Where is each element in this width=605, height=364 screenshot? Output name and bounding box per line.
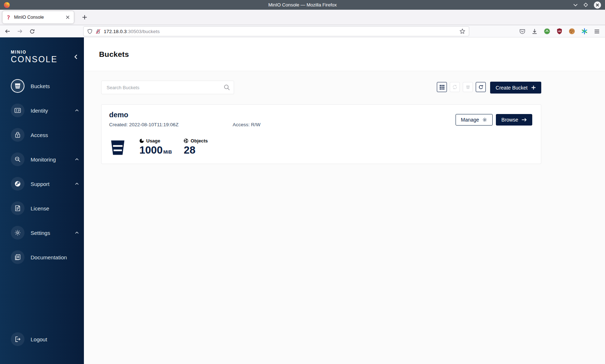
- magnifier-icon: [11, 153, 24, 166]
- create-bucket-button[interactable]: Create Bucket: [490, 82, 541, 94]
- usage-value: 1000: [139, 145, 163, 155]
- plus-icon: [531, 85, 536, 90]
- set-replication-button[interactable]: [450, 82, 460, 92]
- firefox-window: MinIO Console — Mozilla Firefox MinIO Co…: [0, 0, 605, 364]
- extension-green-icon[interactable]: [544, 28, 550, 35]
- chevron-up-icon: [75, 231, 79, 234]
- sidebar-item-license[interactable]: License: [0, 200, 84, 217]
- identity-card-icon: [11, 104, 24, 117]
- minio-console-logo: MINIO CONSOLE: [11, 50, 84, 64]
- gear-icon: [11, 226, 24, 240]
- tab-strip: MinIO Console: [0, 10, 605, 25]
- sidebar-item-monitoring[interactable]: Monitoring: [0, 151, 84, 168]
- bucket-card: demo Created: 2022-08-10T11:19:06Z Acces…: [101, 104, 541, 164]
- menu-icon[interactable]: [594, 28, 600, 35]
- bucket-access: Access: R/W: [233, 122, 260, 127]
- sidebar-item-label: Buckets: [31, 83, 50, 89]
- chevron-up-icon: [75, 109, 79, 112]
- bucket-info: demo Created: 2022-08-10T11:19:06Z Acces…: [109, 110, 260, 127]
- firefox-logo-icon: [4, 2, 10, 8]
- manage-label: Manage: [461, 117, 479, 123]
- reload-button[interactable]: [27, 27, 37, 36]
- url-bar[interactable]: 172.18.0.3:30503/buckets: [83, 26, 469, 36]
- arrow-right-icon: [521, 118, 527, 122]
- sidebar-item-documentation[interactable]: Documentation: [0, 249, 84, 266]
- sidebar-collapse-button chevron-left-icon[interactable]: [74, 54, 77, 59]
- brand-console: CONSOLE: [11, 55, 70, 64]
- browse-label: Browse: [501, 117, 518, 123]
- actions-row: Create Bucket: [101, 81, 541, 94]
- bucket-icon: [109, 138, 126, 157]
- browser-tab[interactable]: MinIO Console: [3, 11, 74, 23]
- sidebar-item-label: Monitoring: [31, 156, 56, 163]
- url-text: 172.18.0.3:30503/buckets: [104, 29, 160, 34]
- grid-icon: [440, 85, 444, 90]
- delete-buckets-button[interactable]: [463, 82, 473, 92]
- window-titlebar: MinIO Console — Mozilla Firefox: [0, 0, 605, 10]
- window-minimize-button[interactable]: [573, 3, 578, 7]
- documentation-icon: [11, 250, 24, 264]
- replication-icon: [452, 85, 457, 90]
- objects-icon: [184, 138, 188, 143]
- insecure-lock-icon[interactable]: [95, 29, 101, 34]
- tab-close-icon[interactable]: [65, 14, 71, 20]
- shield-icon[interactable]: [87, 29, 93, 34]
- manage-button[interactable]: Manage: [456, 114, 493, 126]
- sidebar-item-label: Documentation: [31, 254, 67, 260]
- page-title: Buckets: [99, 50, 129, 59]
- extension-cookie-icon[interactable]: [569, 28, 575, 35]
- bucket-created: Created: 2022-08-10T11:19:06Z: [109, 122, 233, 127]
- grid-view-button[interactable]: [437, 82, 447, 92]
- sidebar: MINIO CONSOLE Buckets Identit: [0, 37, 84, 364]
- sidebar-item-label: Identity: [31, 108, 48, 114]
- chevron-up-icon: [75, 158, 79, 161]
- brand-minio: MINIO: [11, 50, 70, 55]
- browse-button[interactable]: Browse: [496, 114, 532, 126]
- objects-metric: Objects 28: [184, 138, 208, 155]
- sidebar-item-access[interactable]: Access: [0, 126, 84, 144]
- refresh-icon: [478, 85, 484, 90]
- browser-toolbar: 172.18.0.3:30503/buckets UD: [0, 25, 605, 37]
- sidebar-item-identity[interactable]: Identity: [0, 102, 84, 119]
- bucket-name: demo: [109, 110, 260, 119]
- lock-user-icon: [11, 128, 24, 142]
- window-close-button[interactable]: [593, 1, 601, 9]
- extension-shield-icon[interactable]: UD: [556, 28, 563, 35]
- minio-favicon-icon: [6, 15, 11, 20]
- chevron-up-icon: [75, 182, 79, 185]
- window-maximize-button[interactable]: [583, 2, 588, 8]
- delete-bucket-icon: [466, 85, 470, 90]
- downloads-icon[interactable]: [532, 28, 538, 35]
- usage-unit: MiB: [163, 150, 172, 155]
- sidebar-item-support[interactable]: Support: [0, 175, 84, 192]
- usage-label: Usage: [146, 138, 160, 144]
- objects-value: 28: [184, 145, 195, 155]
- sidebar-item-settings[interactable]: Settings: [0, 224, 84, 241]
- sidebar-item-label: Support: [31, 181, 50, 187]
- bookmark-star-icon[interactable]: [460, 28, 465, 34]
- window-title: MinIO Console — Mozilla Firefox: [0, 2, 605, 8]
- sidebar-item-label: License: [31, 205, 49, 211]
- refresh-button[interactable]: [476, 82, 486, 92]
- sidebar-item-label: Logout: [31, 336, 47, 342]
- minio-console-app: MINIO CONSOLE Buckets Identit: [0, 37, 605, 364]
- sidebar-nav: Buckets Identity Access: [0, 77, 84, 266]
- gear-icon: [482, 117, 487, 122]
- usage-metric: Usage 1000MiB: [139, 138, 172, 155]
- extension-asterisk-icon[interactable]: [581, 28, 588, 35]
- new-tab-button[interactable]: [81, 13, 89, 21]
- tab-title: MinIO Console: [14, 15, 62, 20]
- pie-chart-icon: [139, 138, 144, 143]
- logout-icon: [11, 332, 24, 346]
- sidebar-item-label: Settings: [31, 230, 50, 236]
- back-button[interactable]: [2, 27, 13, 36]
- sidebar-item-logout[interactable]: Logout: [0, 331, 84, 348]
- forward-button[interactable]: [14, 27, 25, 36]
- search-input[interactable]: [101, 81, 234, 94]
- svg-text:UD: UD: [558, 30, 561, 32]
- search-box: [101, 81, 234, 94]
- url-host: 172.18.0.3: [104, 29, 127, 34]
- pocket-icon[interactable]: [519, 28, 525, 35]
- buckets-content: Create Bucket demo Created: 2022-08-10T1…: [84, 71, 605, 164]
- sidebar-item-buckets[interactable]: Buckets: [0, 77, 84, 95]
